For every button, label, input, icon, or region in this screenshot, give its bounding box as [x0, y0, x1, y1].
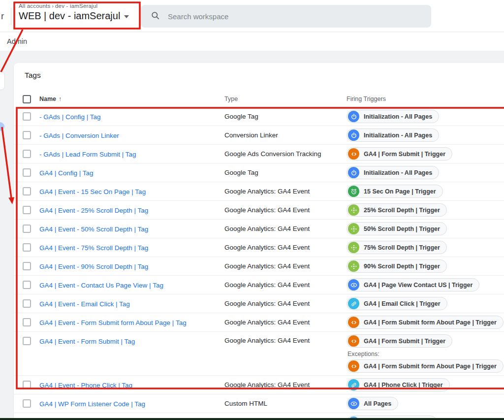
tag-name-link[interactable]: GA4 | Event - 75% Scroll Depth | Tag: [39, 244, 148, 252]
tag-name-link[interactable]: - GAds | Conversion Linker: [39, 132, 119, 139]
power-icon: [348, 111, 359, 122]
workspace-title: WEB | dev - iamSerajul: [19, 10, 120, 22]
trigger-badge[interactable]: 25% Scroll Depth | Trigger: [346, 203, 447, 217]
tag-type: Google Analytics: GA4 Event: [224, 337, 346, 344]
breadcrumb-all-accounts[interactable]: All accounts: [19, 3, 50, 9]
trigger-badge-label: All Pages: [364, 400, 391, 407]
trigger-badge[interactable]: All Pages: [346, 397, 398, 410]
tag-type: Google Tag: [224, 113, 346, 120]
table-row: GA4 | Event - 90% Scroll Depth | TagGoog…: [14, 257, 504, 276]
tag-name-link[interactable]: GA4 | WP Form Listener Code | Tag: [39, 400, 145, 408]
tag-type: Google Analytics: GA4 Event: [224, 188, 346, 195]
tag-name-link[interactable]: - GAds | Config | Tag: [39, 113, 101, 121]
row-checkbox[interactable]: [23, 187, 31, 195]
firing-triggers-cell: 90% Scroll Depth | Trigger: [346, 257, 504, 275]
trigger-badge[interactable]: GA4 | Form Submit | Trigger: [346, 147, 452, 161]
trigger-badge-label: Initialization - All Pages: [364, 113, 432, 120]
scroll-depth-icon: [348, 223, 359, 234]
row-checkbox[interactable]: [23, 112, 31, 121]
tag-name-link[interactable]: GA4 | Event - 50% Scroll Depth | Tag: [39, 226, 148, 233]
table-row: - GAds | Lead Form Submit | TagGoogle Ad…: [14, 145, 504, 163]
table-row: - GAds | Conversion LinkerConversion Lin…: [14, 126, 504, 145]
tag-name-link[interactable]: GA4 | Event - Form Submit form About Pag…: [39, 319, 187, 326]
link-icon: [348, 298, 359, 309]
tag-name-link[interactable]: - GAds | Lead Form Submit | Tag: [39, 151, 136, 158]
firing-triggers-cell: 50% Scroll Depth | Trigger: [346, 220, 504, 238]
trigger-badge[interactable]: 75% Scroll Depth | Trigger: [346, 241, 447, 254]
row-checkbox[interactable]: [23, 206, 31, 214]
trigger-badge[interactable]: GA4 | Email Click | Trigger: [346, 297, 447, 310]
tag-name-link[interactable]: GA4 | Event - Contact Us Page View | Tag: [39, 282, 163, 289]
workspace-selector[interactable]: All accounts›dev - iamSerajul WEB | dev …: [19, 3, 129, 22]
tag-name-link[interactable]: GA4 | Event - Form Submit | Tag: [39, 338, 135, 345]
breadcrumb: All accounts›dev - iamSerajul: [19, 3, 129, 9]
column-header-firing-triggers[interactable]: Firing Triggers: [346, 96, 504, 102]
trigger-badge[interactable]: Initialization - All Pages: [346, 110, 439, 123]
row-checkbox[interactable]: [23, 225, 31, 233]
table-header-row: Name↑ Type Firing Triggers: [14, 91, 504, 107]
table-row: GA4 | Event - Form Submit | TagGoogle An…: [14, 332, 504, 376]
scroll-depth-icon: [348, 260, 359, 272]
select-all-checkbox[interactable]: [23, 95, 31, 103]
cutoff-side-panel: [0, 71, 5, 90]
trigger-badge[interactable]: 15 Sec On Page | Trigger: [346, 185, 443, 198]
firing-triggers-cell: GA4 | Form Submit | Trigger: [346, 145, 504, 163]
tag-name-link[interactable]: GA4 | Event - 90% Scroll Depth | Tag: [39, 263, 148, 270]
firing-triggers-cell: GA4 | Phone Click | Trigger: [346, 376, 504, 394]
row-checkbox[interactable]: [23, 262, 31, 270]
content-area: Tags Name↑ Type Firing Triggers - GAds |…: [0, 51, 504, 420]
firing-triggers-cell: Initialization - All Pages: [346, 163, 504, 182]
row-checkbox[interactable]: [23, 150, 31, 158]
trigger-badge[interactable]: GA4 | Phone Click | Trigger: [346, 378, 450, 391]
floating-button-fragment[interactable]: [0, 122, 4, 131]
table-row: - GAds | Config | TagGoogle TagInitializ…: [14, 107, 504, 126]
tag-name-link[interactable]: GA4 | Event - Phone Click | Tag: [39, 382, 132, 389]
row-checkbox[interactable]: [23, 399, 31, 408]
column-header-name[interactable]: Name↑: [39, 96, 224, 102]
search-bar[interactable]: [141, 5, 431, 28]
row-checkbox[interactable]: [23, 243, 31, 252]
row-checkbox[interactable]: [23, 168, 31, 177]
trigger-badge[interactable]: 90% Scroll Depth | Trigger: [346, 259, 447, 273]
trigger-badge[interactable]: 50% Scroll Depth | Trigger: [346, 222, 447, 235]
trigger-badge[interactable]: Initialization - All Pages: [346, 166, 439, 179]
tag-type: Google Analytics: GA4 Event: [224, 225, 346, 232]
trigger-badge-label: 75% Scroll Depth | Trigger: [364, 244, 440, 251]
column-header-type[interactable]: Type: [224, 96, 346, 102]
tag-name-link[interactable]: GA4 | Event - 15 Sec On Page | Tag: [39, 188, 146, 195]
row-checkbox[interactable]: [23, 337, 31, 345]
tag-name-link[interactable]: GA4 | Event - Email Click | Tag: [39, 300, 130, 308]
firing-triggers-cell: 15 Sec On Page | Trigger: [346, 182, 504, 200]
firing-triggers-cell: GA4 | Page View Contact US | Trigger: [346, 276, 504, 294]
tag-type: Conversion Linker: [224, 131, 346, 139]
row-checkbox[interactable]: [23, 381, 31, 389]
firing-triggers-cell: Initialization - All Pages: [346, 107, 504, 126]
trigger-badge[interactable]: GA4 | Form Submit form About Page | Trig…: [346, 359, 504, 373]
table-row: GA4 | WP Form Listener Code | TagCustom …: [14, 394, 504, 413]
chevron-down-icon: [124, 15, 129, 18]
trigger-badge[interactable]: GA4 | Form Submit form About Page | Trig…: [346, 316, 504, 329]
row-checkbox[interactable]: [23, 318, 31, 326]
scroll-depth-icon: [348, 204, 359, 216]
trigger-badge[interactable]: GA4 | Page View Contact US | Trigger: [346, 278, 479, 291]
tab-admin[interactable]: Admin: [7, 37, 27, 45]
row-checkbox[interactable]: [23, 131, 31, 139]
tab-bar: Admin: [0, 32, 504, 51]
row-checkbox[interactable]: [23, 281, 31, 289]
trigger-badge-label: 15 Sec On Page | Trigger: [364, 188, 436, 195]
breadcrumb-account[interactable]: dev - iamSerajul: [55, 3, 97, 9]
trigger-badge[interactable]: GA4 | Form Submit | Trigger: [346, 334, 452, 348]
table-row: GA4 | Event - Contact Us Page View | Tag…: [14, 276, 504, 294]
table-row: GA4 | Event - Phone Click | TagGoogle An…: [14, 376, 504, 394]
trigger-badge-label: GA4 | Form Submit form About Page | Trig…: [364, 319, 497, 326]
code-icon: [348, 148, 359, 160]
trigger-badge-label: GA4 | Form Submit | Trigger: [364, 151, 445, 158]
search-input[interactable]: [168, 12, 404, 21]
trigger-badge[interactable]: Initialization - All Pages: [346, 129, 439, 142]
code-icon: [348, 317, 359, 328]
tag-name-link[interactable]: GA4 | Event - 25% Scroll Depth | Tag: [39, 207, 148, 214]
tag-type: Google Tag: [224, 169, 346, 176]
exceptions-label: Exceptions:: [347, 351, 379, 357]
row-checkbox[interactable]: [23, 299, 31, 308]
tag-name-link[interactable]: GA4 | Config | Tag: [39, 169, 94, 177]
